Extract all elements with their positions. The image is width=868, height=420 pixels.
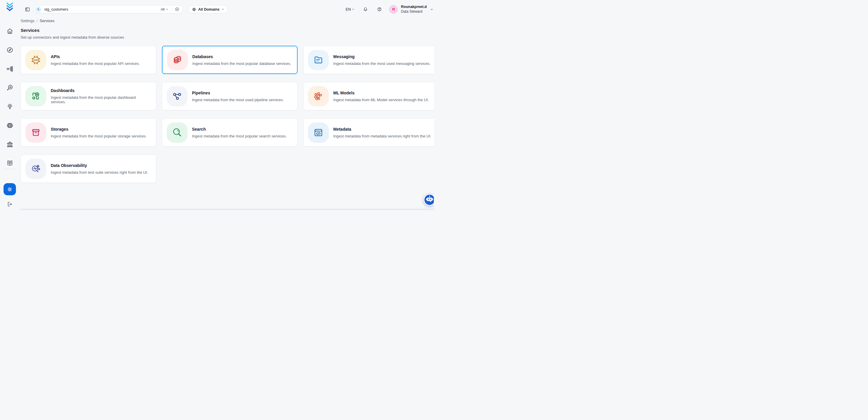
sidebar-divider [4,169,16,169]
search-service-icon [167,122,188,143]
ml-models-icon [308,86,329,107]
svg-text:API: API [34,58,38,61]
service-card-dashboards[interactable]: Dashboards Ingest metadata from the most… [21,82,156,110]
service-card-description: Ingest metadata from the most used messa… [333,61,431,66]
service-card-description: Ingest metadata from test suite services… [51,170,148,175]
language-selector[interactable]: EN [346,7,354,11]
messaging-icon [308,50,329,70]
chevron-down-icon [166,8,168,11]
service-card-mlmodels[interactable]: ML Models Ingest metadata from ML Model … [303,82,434,110]
explore-compass-icon[interactable] [6,46,13,54]
service-card-description: Ingest metadata from ML Model services t… [333,98,429,102]
domains-globe-icon[interactable] [6,122,13,129]
service-card-description: Ingest metadata from metadata services r… [333,134,431,138]
search-scope-dropdown[interactable]: All [161,7,168,11]
services-grid: API APIs Ingest metadata from the most p… [21,46,434,183]
language-label: EN [346,7,351,11]
service-card-description: Ingest metadata from the most popular st… [51,134,147,138]
service-card-search[interactable]: Search Ingest metadata from the most pop… [162,118,298,147]
service-card-data-observability[interactable]: Data Observability Ingest metadata from … [21,154,156,183]
service-card-title: Messaging [333,54,431,59]
user-role: Data Steward [401,9,427,14]
user-avatar[interactable]: R [389,5,398,13]
govern-bank-icon[interactable] [6,141,13,148]
service-card-description: Ingest metadata from the most popular da… [51,95,152,104]
service-card-title: APIs [51,54,140,59]
service-card-title: ML Models [333,91,429,95]
service-card-title: Storages [51,127,147,131]
service-card-title: Dashboards [51,88,152,93]
chevron-down-icon [221,8,224,11]
topbar: All All Domains EN [21,0,434,19]
data-observability-icon [25,159,46,179]
page-title: Services [21,28,434,33]
avatar-initial: R [392,7,395,11]
breadcrumb-services: Services [40,19,55,23]
user-name: Rounakpreet.d [401,5,427,9]
search-input[interactable] [44,7,161,11]
page-subtitle: Set up connectors and ingest metadata fr… [21,35,434,39]
service-card-databases[interactable]: Databases Ingest metadata from the most … [162,46,298,74]
assistant-bot-button[interactable] [424,194,434,206]
glossary-book-icon[interactable] [6,159,13,167]
left-sidebar [0,0,20,210]
dashboards-icon [25,86,46,107]
service-card-title: Databases [192,54,291,59]
service-card-metadata[interactable]: Metadata Ingest metadata from metadata s… [303,118,434,147]
service-card-title: Pipelines [192,91,284,95]
service-card-messaging[interactable]: Messaging Ingest metadata from the most … [303,46,434,74]
databases-icon [167,50,188,70]
breadcrumb-settings[interactable]: Settings [21,19,34,23]
service-card-description: Ingest metadata from the most popular AP… [51,61,140,66]
help-icon[interactable] [377,7,382,12]
app-logo[interactable] [5,2,14,11]
service-card-description: Ingest metadata from the most used pipel… [192,98,284,102]
service-card-title: Data Observability [51,163,148,168]
globe-icon [192,7,196,11]
service-card-title: Search [192,127,287,131]
breadcrumb: Settings / Services [21,19,434,23]
service-card-pipelines[interactable]: Pipelines Ingest metadata from the most … [162,82,298,110]
pipelines-icon [167,86,188,107]
global-search-bar[interactable]: All [34,5,183,13]
user-info: Rounakpreet.d Data Steward [401,5,427,14]
search-scope-label: All [161,7,164,11]
main-area: All All Domains EN [20,0,434,210]
service-card-title: Metadata [333,127,431,131]
storages-icon [25,122,46,143]
notifications-bell-icon[interactable] [363,7,368,12]
clear-search-icon[interactable] [175,7,180,12]
home-icon[interactable] [6,27,13,35]
ai-sparkle-icon[interactable] [35,6,41,12]
sidebar-nav [6,27,13,167]
service-card-description: Ingest metadata from the most popular da… [192,61,291,66]
service-card-storages[interactable]: Storages Ingest metadata from the most p… [21,118,156,147]
metadata-icon [308,122,329,143]
insights-bulb-icon[interactable] [6,103,13,110]
logout-icon[interactable] [7,201,13,207]
service-card-description: Ingest metadata from the most popular se… [192,134,287,138]
sidebar-toggle-icon[interactable] [25,7,30,12]
domain-filter-button[interactable]: All Domains [188,5,228,13]
service-card-apis[interactable]: API APIs Ingest metadata from the most p… [21,46,156,74]
settings-button-active[interactable] [4,183,16,195]
topbar-right-cluster: EN R Rounakpreet.d Data Steward [346,5,434,14]
lineage-flow-icon[interactable] [6,65,13,72]
observability-search-eye-icon[interactable] [6,84,13,91]
chevron-down-icon [352,8,354,11]
apis-icon: API [25,50,46,70]
domain-filter-label: All Domains [198,7,219,11]
breadcrumb-separator: / [37,19,38,23]
user-menu-chevron-icon[interactable] [430,8,433,11]
